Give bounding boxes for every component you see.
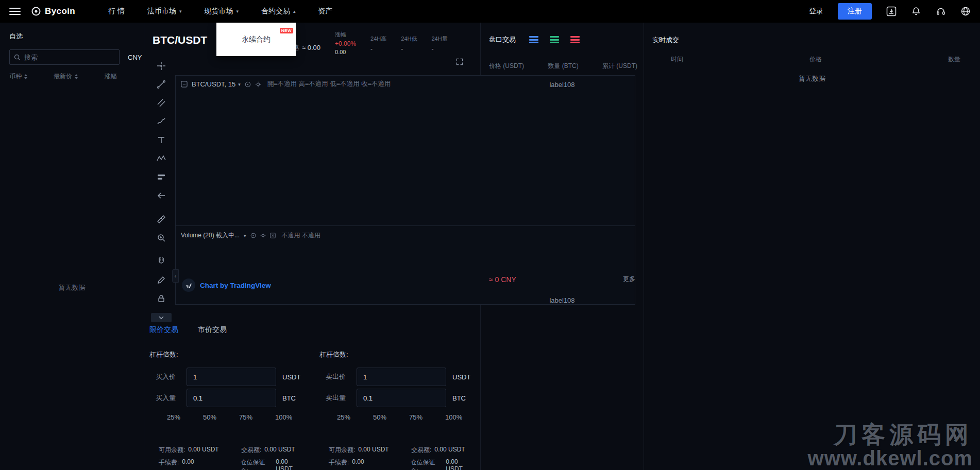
globe-icon[interactable]	[960, 6, 971, 16]
sell-price-row: 卖出价 USDT	[318, 368, 476, 386]
buy-price-row: 买入价 USDT	[148, 368, 306, 386]
lock-tool-icon[interactable]	[152, 289, 171, 308]
search-input[interactable]	[24, 54, 115, 61]
tab-market-order[interactable]: 市价交易	[198, 325, 227, 335]
trade-forms: 杠杆倍数: 买入价 USDT 买入量 BTC 25% 50% 75% 100%	[144, 346, 480, 470]
bell-icon[interactable]	[911, 6, 921, 16]
trades-header: 实时成交	[644, 23, 980, 45]
buy-price-input[interactable]	[187, 373, 276, 381]
volume-study-label[interactable]: Volume (20) 載入中...	[181, 231, 240, 240]
nav-item-assets[interactable]: 资产	[318, 7, 333, 16]
percent-25-button[interactable]: 25%	[337, 413, 350, 421]
parallel-channel-tool-icon[interactable]	[152, 94, 171, 112]
percent-100-button[interactable]: 100%	[275, 413, 292, 421]
headset-icon[interactable]	[936, 6, 946, 16]
orderbook-view-asks-icon[interactable]	[570, 36, 580, 43]
sell-amount-input[interactable]	[357, 394, 446, 402]
tradingview-attribution[interactable]: Chart by TradingView	[182, 278, 271, 292]
sort-icon[interactable]	[24, 74, 27, 79]
navbar-right: 登录 注册	[809, 3, 971, 20]
register-button[interactable]: 注册	[838, 3, 872, 20]
legend-ohlc-values: 開=不適用 高=不適用 低=不適用 收=不適用	[267, 80, 391, 89]
edit-tool-icon[interactable]	[152, 271, 171, 289]
position-tool-icon[interactable]	[152, 168, 171, 186]
percent-75-button[interactable]: 75%	[409, 413, 423, 421]
watchlist-empty-text: 暂无数据	[0, 283, 144, 292]
settings-icon[interactable]	[255, 81, 261, 88]
percent-100-button[interactable]: 100%	[445, 413, 462, 421]
toolbar-expand-icon[interactable]	[151, 313, 172, 322]
tab-limit-order[interactable]: 限价交易	[149, 325, 178, 335]
col-price: 最新价	[54, 72, 72, 81]
trades-title: 实时成交	[652, 36, 679, 44]
zoom-in-tool-icon[interactable]	[152, 229, 171, 247]
sell-form: 杠杆倍数: 卖出价 USDT 卖出量 BTC 25% 50% 75% 100%	[318, 346, 476, 470]
search-box[interactable]	[9, 49, 120, 65]
xabcd-pattern-tool-icon[interactable]	[152, 149, 171, 168]
buy-form: 杠杆倍数: 买入价 USDT 买入量 BTC 25% 50% 75% 100%	[148, 346, 306, 470]
back-arrow-tool-icon[interactable]	[152, 186, 171, 205]
ruler-tool-icon[interactable]	[152, 210, 171, 229]
tradingview-logo-icon	[182, 278, 195, 292]
close-icon[interactable]	[270, 233, 276, 238]
chart-drawing-toolbar	[147, 57, 175, 322]
buy-amount-label: 买入量	[148, 393, 180, 403]
fullscreen-icon[interactable]	[455, 58, 464, 66]
trendline-tool-icon[interactable]	[152, 75, 171, 94]
col-price: 价格	[809, 55, 822, 64]
percent-50-button[interactable]: 50%	[373, 413, 386, 421]
orderbook-column-headers: 价格 (USDT) 数量 (BTC) 累计 (USDT)	[481, 62, 644, 71]
trades-column-headers: 时间 价格 数量	[644, 55, 980, 64]
percent-50-button[interactable]: 50%	[203, 413, 216, 421]
login-link[interactable]: 登录	[809, 7, 823, 16]
nav-item-fiat[interactable]: 法币市场▾	[147, 7, 182, 16]
asks-placeholder: label108	[481, 81, 644, 89]
watchlist-search-row: CNY	[9, 49, 134, 65]
chevron-down-icon: ▾	[238, 82, 241, 87]
col-price: 价格 (USDT)	[489, 62, 538, 71]
volume-values: 不適用 不適用	[282, 231, 320, 240]
percent-75-button[interactable]: 75%	[239, 413, 252, 421]
trade-tabs: 限价交易 市价交易	[149, 325, 227, 335]
eye-icon[interactable]	[250, 233, 256, 238]
magnet-tool-icon[interactable]	[152, 252, 171, 271]
nav-item-spot[interactable]: 现货市场▾	[205, 7, 239, 16]
download-icon[interactable]	[886, 6, 897, 16]
orderbook-view-all-icon[interactable]	[529, 36, 538, 43]
panel-collapse-icon[interactable]: ‹	[172, 269, 179, 283]
text-tool-icon[interactable]	[152, 131, 171, 149]
latest-price: 格≈ 0.00	[293, 40, 320, 55]
nav-item-contract[interactable]: 合约交易▴	[261, 7, 296, 16]
leverage-label: 杠杆倍数:	[148, 350, 306, 359]
hamburger-menu-icon[interactable]	[9, 8, 21, 15]
nav-item-market[interactable]: 行 情	[108, 7, 125, 16]
eye-icon[interactable]	[245, 81, 251, 88]
bids-placeholder: label108	[481, 297, 644, 304]
more-link[interactable]: 更多	[623, 275, 635, 284]
logo-text: Bycoin	[45, 6, 75, 16]
col-amount: 数量	[948, 55, 960, 64]
sort-icon[interactable]	[75, 74, 78, 79]
currency-selector[interactable]: CNY	[128, 54, 142, 61]
sell-price-unit: USDT	[452, 373, 476, 381]
settings-icon[interactable]	[260, 233, 266, 238]
brush-tool-icon[interactable]	[152, 112, 171, 131]
col-change: 涨幅	[105, 72, 134, 81]
col-amount: 数量 (BTC)	[538, 62, 588, 71]
percent-25-button[interactable]: 25%	[167, 413, 180, 421]
orderbook-view-bids-icon[interactable]	[550, 36, 559, 43]
main-nav: 行 情 法币市场▾ 现货市场▾ 合约交易▴ 资产	[108, 7, 332, 16]
orderbook-view-toggles	[529, 36, 580, 43]
change-stat: 涨幅 +0.00% 0.00	[335, 31, 356, 55]
chevron-down-icon: ▾	[244, 233, 246, 238]
menu-item-perpetual[interactable]: 永续合约 NEW	[228, 30, 284, 49]
symbol-interval-selector[interactable]: BTC/USDT, 15▾	[192, 80, 241, 88]
buy-amount-unit: BTC	[282, 394, 306, 402]
buy-amount-input[interactable]	[187, 394, 276, 402]
legend-collapse-icon[interactable]	[181, 81, 188, 88]
crosshair-tool-icon[interactable]	[152, 57, 171, 75]
logo[interactable]: Bycoin	[31, 6, 75, 16]
chevron-down-icon: ▾	[236, 9, 239, 14]
sell-price-input[interactable]	[357, 373, 446, 381]
market-stats: 格≈ 0.00 涨幅 +0.00% 0.00 24H高- 24H低- 24H量-	[293, 27, 448, 55]
